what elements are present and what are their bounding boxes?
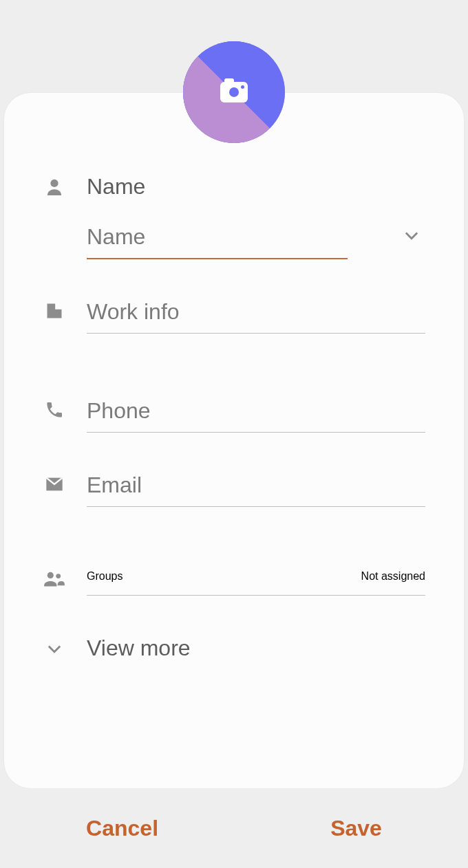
mail-icon	[43, 476, 66, 492]
phone-input[interactable]	[87, 387, 425, 433]
chevron-down-icon	[43, 639, 66, 658]
work-row	[43, 288, 425, 334]
chevron-down-icon	[402, 226, 421, 245]
name-input[interactable]	[87, 213, 348, 259]
phone-row	[43, 387, 425, 433]
view-more-button[interactable]: View more	[43, 636, 425, 661]
svg-point-1	[47, 572, 54, 578]
groups-row[interactable]: Groups Not assigned	[43, 561, 425, 596]
group-icon	[43, 569, 66, 588]
phone-icon	[43, 400, 66, 420]
email-input[interactable]	[87, 462, 425, 507]
name-expand-button[interactable]	[402, 226, 421, 248]
svg-point-2	[56, 574, 61, 578]
contact-photo-button[interactable]	[183, 41, 285, 143]
camera-icon	[220, 82, 248, 102]
name-field-wrap	[87, 213, 425, 259]
person-icon	[43, 177, 66, 197]
save-button[interactable]: Save	[289, 802, 423, 855]
name-label-row: Name	[43, 174, 425, 199]
name-label: Name	[87, 174, 145, 199]
groups-label: Groups	[87, 570, 123, 583]
work-info-input[interactable]	[87, 288, 425, 334]
footer-bar: Cancel Save	[0, 788, 468, 868]
view-more-label: View more	[87, 636, 191, 661]
email-row	[43, 462, 425, 507]
svg-point-0	[50, 179, 58, 186]
contact-form-card: Name Groups Not assi	[4, 93, 464, 788]
building-icon	[43, 301, 66, 321]
cancel-button[interactable]: Cancel	[45, 802, 200, 855]
groups-value: Not assigned	[361, 570, 425, 583]
